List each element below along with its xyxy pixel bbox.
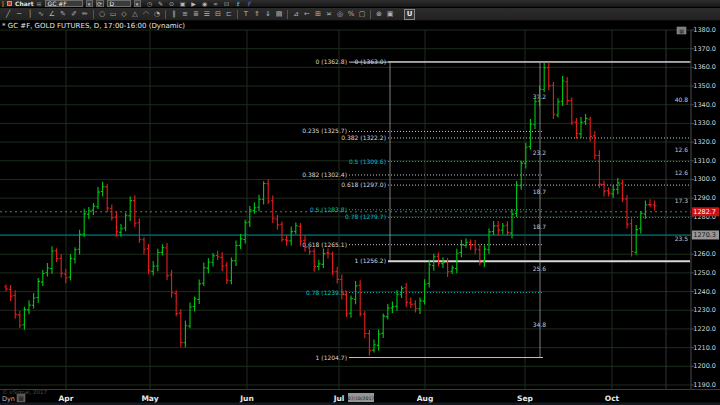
axis-mode-icon-glyph: ▦: [18, 395, 23, 401]
cursor-date-value: 07/10/2017: [348, 396, 375, 401]
clock-icon[interactable]: ◷: [146, 0, 154, 7]
ohlc-bar: [142, 237, 146, 254]
vertical-line-tool[interactable]: │: [25, 9, 35, 20]
ohlc-bar: [36, 278, 40, 303]
ohlc-bar: [285, 235, 289, 246]
price-axis[interactable]: 1380.01370.01360.01350.01340.01330.01320…: [677, 26, 719, 389]
channel-tool[interactable]: ∥: [169, 9, 179, 20]
arrow-up-tool[interactable]: ⇑: [252, 9, 262, 20]
ohlc-bar: [234, 241, 238, 266]
cycle-tool[interactable]: ◎: [335, 9, 345, 20]
marker-tool[interactable]: ✏: [80, 9, 90, 20]
ohlc-bar: [602, 181, 606, 197]
chart-canvas[interactable]: 0 (1362.8)0.235 (1325.7)0.382 (1302.4)0.…: [0, 21, 720, 405]
ohlc-bar: [441, 257, 445, 268]
angle-tool[interactable]: ∠: [47, 9, 57, 20]
alerts-icon[interactable]: ◉: [201, 0, 209, 7]
app-title: Chart: [15, 0, 34, 7]
ohlc-bar: [552, 82, 556, 119]
ohlc-bar: [69, 254, 73, 280]
zigzag-tool[interactable]: ∿: [36, 9, 46, 20]
attach-tool[interactable]: ⊗: [374, 9, 384, 20]
time-range-tool[interactable]: ⊏: [224, 9, 234, 20]
month-label: Jun: [239, 394, 253, 403]
price-label: 1360.0: [693, 63, 716, 71]
arc-tool[interactable]: ◠: [141, 9, 151, 20]
triangle-tool[interactable]: △: [130, 9, 140, 20]
month-label: Aug: [417, 394, 434, 403]
ohlc-bar: [345, 291, 349, 317]
trendline-tool[interactable]: ╱: [3, 9, 13, 20]
month-label: Oct: [605, 394, 620, 403]
ohlc-bar: [349, 295, 353, 317]
chat-icon[interactable]: ▣: [179, 0, 187, 7]
price-label: 1190.0: [693, 381, 716, 389]
ohlc-bar: [50, 246, 54, 274]
ohlc-bar: [115, 212, 119, 237]
play-icon[interactable]: ▶: [190, 0, 198, 7]
ohlc-bar: [386, 304, 390, 320]
ohlc-bar: [13, 290, 17, 319]
arrow-tool[interactable]: ←: [302, 9, 312, 20]
underline-button[interactable]: U: [404, 9, 415, 20]
pencil-tool[interactable]: ✎: [58, 9, 68, 20]
price-range-tool[interactable]: ⊟: [213, 9, 223, 20]
fib-gap-value: 40.8: [675, 96, 689, 103]
ohlc-bar: [46, 263, 50, 277]
symbol-dropdown-arrow[interactable]: ▾: [86, 0, 93, 7]
link-icon[interactable]: ∞: [212, 0, 220, 7]
toolbar-separator: [287, 10, 288, 19]
twitter-icon[interactable]: t: [234, 0, 242, 7]
fib-retracement-tool[interactable]: ≡: [180, 9, 190, 20]
ohlc-bar: [487, 229, 491, 255]
ohlc-bar: [32, 293, 36, 309]
ohlc-bar: [418, 298, 422, 314]
brush-tool[interactable]: ✐: [69, 9, 79, 20]
ohlc-bar: [294, 223, 298, 235]
fib-extension-tool[interactable]: ≣: [191, 9, 201, 20]
interval-dropdown-arrow[interactable]: ▾: [134, 0, 141, 7]
annotate-icon[interactable]: ✎: [157, 0, 165, 7]
symbol-input[interactable]: GC #F: [45, 0, 83, 7]
ohlc-bar: [473, 240, 477, 254]
interval-input[interactable]: D: [107, 0, 131, 7]
arrow-down-tool[interactable]: ⇓: [263, 9, 273, 20]
axis-mode-label: Dyn: [2, 395, 15, 403]
ohlc-bar: [335, 267, 339, 284]
window-badge-icon[interactable]: ⊞: [37, 1, 42, 7]
comment-tool[interactable]: ▣: [385, 9, 395, 20]
snapshot-icon[interactable]: ⊙: [168, 0, 176, 7]
percent-tool[interactable]: %: [346, 9, 356, 20]
facebook-icon[interactable]: f: [245, 0, 253, 7]
pie-tool[interactable]: ◔: [152, 9, 162, 20]
ohlc-bar: [220, 252, 224, 271]
drag-handle[interactable]: [2, 1, 4, 7]
fib-level-label: 0.382 (1322.2): [341, 134, 386, 141]
month-label: Apr: [59, 394, 74, 403]
rhombus-tool[interactable]: ◇: [119, 9, 129, 20]
rectangle-tool[interactable]: ▭: [108, 9, 118, 20]
ohlc-bar: [230, 258, 234, 285]
time-axis[interactable]: AprMayJunJulAugSepOct07/10/2017Dyn▦© eSi…: [0, 389, 720, 405]
fib-time-zones-tool[interactable]: ☰: [202, 9, 212, 20]
last-price-badge-value: 1282.7: [693, 208, 716, 216]
ohlc-bar: [653, 201, 657, 211]
callout-tool[interactable]: ▤: [274, 9, 284, 20]
window-titlebar: Chart ⊞ GC #F ▾ ⟳ D ▾ ◷✎⊙▣▶◉∞⊡tf: [0, 0, 720, 8]
grid-tool[interactable]: ⊞: [313, 9, 323, 20]
horizontal-line-tool[interactable]: ─: [14, 9, 24, 20]
ohlc-bar: [565, 77, 569, 105]
note-tool[interactable]: ▢: [357, 9, 367, 20]
window-icon[interactable]: ⊡: [223, 0, 231, 7]
fib-gap-value: 18.7: [533, 223, 547, 230]
fib-level-label: 0.618 (1265.1): [302, 241, 347, 248]
symbol-search-button[interactable]: ⟳: [96, 0, 104, 7]
gann-tool[interactable]: ≍: [324, 9, 334, 20]
circle-tool[interactable]: ○: [97, 9, 107, 20]
regression-tool[interactable]: ⊿: [291, 9, 301, 20]
ohlc-bar: [519, 161, 523, 190]
ohlc-bar: [92, 203, 96, 215]
ohlc-bar: [41, 270, 45, 286]
ohlc-bar: [644, 201, 648, 219]
text-tool[interactable]: T: [241, 9, 251, 20]
